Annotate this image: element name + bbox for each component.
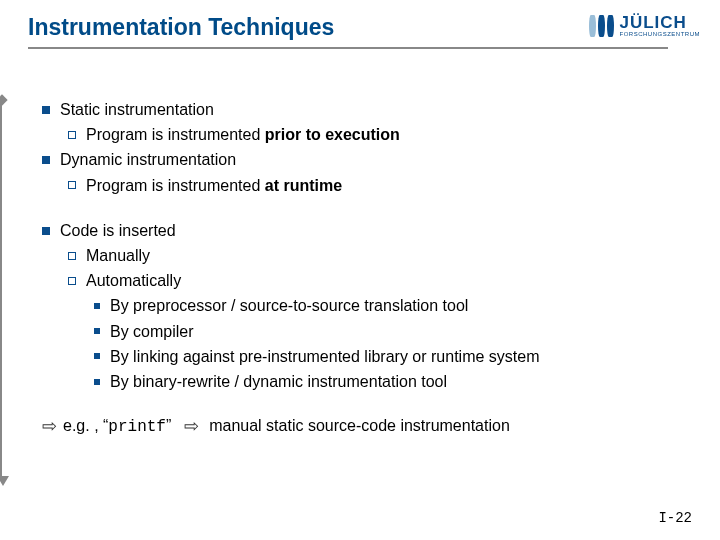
title-row: Instrumentation Techniques JÜLICH FORSCH… xyxy=(0,0,720,41)
text-static-em: prior to execution xyxy=(265,126,400,143)
arrow-right-icon: ⇨ xyxy=(184,416,199,436)
content-body: Static instrumentation Program is instru… xyxy=(42,98,690,439)
text-auto1: By preprocessor / source-to-source trans… xyxy=(110,297,468,314)
arrow-right-icon: ⇨ xyxy=(42,416,57,436)
subsub-4: By binary-rewrite / dynamic instrumentat… xyxy=(94,370,690,393)
hollow-square-icon xyxy=(68,277,76,285)
hollow-square-icon xyxy=(68,131,76,139)
text-eg: e.g. , “ xyxy=(63,417,108,434)
logo-mark-icon xyxy=(589,15,614,37)
text-static-pre: Program is instrumented xyxy=(86,126,265,143)
left-border-icon xyxy=(0,100,4,480)
hollow-square-icon xyxy=(68,252,76,260)
text-automatically: Automatically xyxy=(86,272,181,289)
bullet-dynamic: Dynamic instrumentation xyxy=(42,148,690,171)
subbullet-static: Program is instrumented prior to executi… xyxy=(68,123,690,146)
julich-logo: JÜLICH FORSCHUNGSZENTRUM xyxy=(589,14,701,37)
text-auto3: By linking against pre-instrumented libr… xyxy=(110,348,540,365)
text-static-title: Static instrumentation xyxy=(60,101,214,118)
slide: Instrumentation Techniques JÜLICH FORSCH… xyxy=(0,0,720,540)
small-square-icon xyxy=(94,328,100,334)
square-bullet-icon xyxy=(42,156,50,164)
subbullet-automatically: Automatically xyxy=(68,269,690,292)
square-bullet-icon xyxy=(42,227,50,235)
text-dynamic-pre: Program is instrumented xyxy=(86,177,265,194)
small-square-icon xyxy=(94,379,100,385)
logo-text: JÜLICH xyxy=(620,14,701,31)
final-line: ⇨e.g. , “printf” ⇨ manual static source-… xyxy=(42,413,690,439)
small-square-icon xyxy=(94,303,100,309)
slide-title: Instrumentation Techniques xyxy=(28,14,334,41)
subbullet-manually: Manually xyxy=(68,244,690,267)
text-manually: Manually xyxy=(86,247,150,264)
bullet-static: Static instrumentation xyxy=(42,98,690,121)
text-dynamic-em: at runtime xyxy=(265,177,342,194)
subsub-3: By linking against pre-instrumented libr… xyxy=(94,345,690,368)
text-final-after: manual static source-code instrumentatio… xyxy=(205,417,510,434)
text-close-quote: ” xyxy=(166,417,171,434)
subbullet-dynamic: Program is instrumented at runtime xyxy=(68,174,690,197)
subsub-2: By compiler xyxy=(94,320,690,343)
logo-subtext: FORSCHUNGSZENTRUM xyxy=(620,31,701,37)
small-square-icon xyxy=(94,353,100,359)
text-auto4: By binary-rewrite / dynamic instrumentat… xyxy=(110,373,447,390)
title-divider xyxy=(28,47,668,49)
text-auto2: By compiler xyxy=(110,323,194,340)
text-code-title: Code is inserted xyxy=(60,222,176,239)
text-dynamic-title: Dynamic instrumentation xyxy=(60,151,236,168)
subsub-1: By preprocessor / source-to-source trans… xyxy=(94,294,690,317)
hollow-square-icon xyxy=(68,181,76,189)
page-number: I-22 xyxy=(658,510,692,526)
bullet-code: Code is inserted xyxy=(42,219,690,242)
text-printf: printf xyxy=(108,418,166,436)
square-bullet-icon xyxy=(42,106,50,114)
